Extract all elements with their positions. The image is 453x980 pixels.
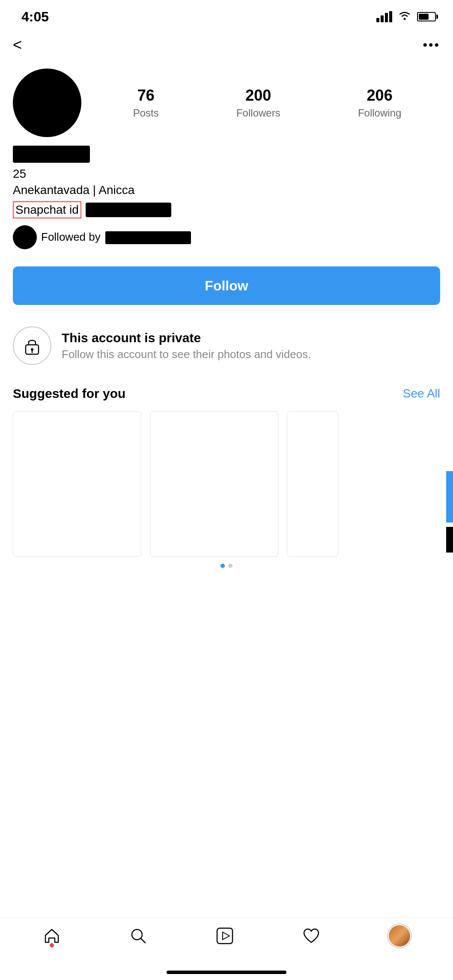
private-text: This account is private Follow this acco… [62,331,440,361]
following-count: 206 [367,87,393,105]
nav-activity[interactable] [301,926,321,946]
suggested-card-1[interactable] [13,411,141,557]
profile-section: 76 Posts 200 Followers 206 Following 25 … [0,60,453,262]
follower-name-redacted [105,231,191,244]
followers-stat[interactable]: 200 Followers [236,87,280,119]
avatar [13,69,81,137]
private-account-subtitle: Follow this account to see their photos … [62,348,440,361]
battery-icon [417,12,436,21]
snapchat-id-redacted [86,203,171,217]
right-accent-black [446,527,453,553]
posts-stat[interactable]: 76 Posts [133,87,159,119]
status-bar: 4:05 [0,0,453,30]
username-block: 25 Anekantavada | Anicca Snapchat id Fol… [13,146,440,249]
lock-icon [24,336,41,355]
right-accent-blue [446,471,453,523]
heart-icon [301,926,321,946]
private-account-notice: This account is private Follow this acco… [0,318,453,382]
search-icon [128,926,148,946]
suggested-title: Suggested for you [13,386,125,401]
suggested-card-3[interactable] [287,411,338,557]
posts-label: Posts [133,107,159,119]
nav-bar: < ••• [0,30,453,60]
snapchat-label: Snapchat id [13,201,81,218]
suggested-section: Suggested for you See All [0,382,453,577]
follower-avatar [13,225,37,249]
lock-circle [13,326,51,365]
posts-count: 76 [137,87,155,105]
snapchat-line: Snapchat id [13,201,440,218]
svg-rect-6 [217,928,232,944]
bottom-nav [0,917,453,954]
profile-avatar-thumb [388,924,411,947]
follow-button[interactable]: Follow [13,266,440,305]
svg-point-0 [404,18,406,20]
back-button[interactable]: < [13,36,22,54]
reels-icon [215,926,235,946]
svg-marker-7 [223,932,229,940]
see-all-button[interactable]: See All [403,387,440,400]
nav-reels[interactable] [215,926,235,946]
avatar-container [13,69,81,137]
user-bio: Anekantavada | Anicca [13,183,440,197]
scroll-indicator [13,564,440,568]
nav-profile[interactable] [388,924,411,947]
following-stat[interactable]: 206 Following [358,87,401,119]
scroll-dot-1 [221,564,225,568]
stats-container: 76 Posts 200 Followers 206 Following [94,87,440,119]
followers-label: Followers [236,107,280,119]
signal-icon [376,11,392,22]
private-account-title: This account is private [62,331,440,345]
status-time: 4:05 [21,9,49,25]
suggested-header: Suggested for you See All [13,386,440,401]
svg-line-5 [141,938,145,943]
nav-search[interactable] [128,926,148,946]
wifi-icon [398,10,411,24]
status-icons [376,10,436,24]
home-dot [50,943,54,947]
suggested-cards [13,411,440,557]
nav-home[interactable] [42,926,62,946]
user-age: 25 [13,167,440,181]
following-label: Following [358,107,401,119]
profile-top: 76 Posts 200 Followers 206 Following [13,69,440,137]
username-redacted [13,146,90,163]
followed-by-row: Followed by [13,225,440,249]
followers-count: 200 [245,87,271,105]
more-options-button[interactable]: ••• [423,38,440,52]
scroll-dot-2 [228,564,232,568]
home-indicator [167,971,286,974]
suggested-card-2[interactable] [150,411,278,557]
followed-by-text: Followed by [41,230,191,244]
follow-btn-container: Follow [0,262,453,318]
